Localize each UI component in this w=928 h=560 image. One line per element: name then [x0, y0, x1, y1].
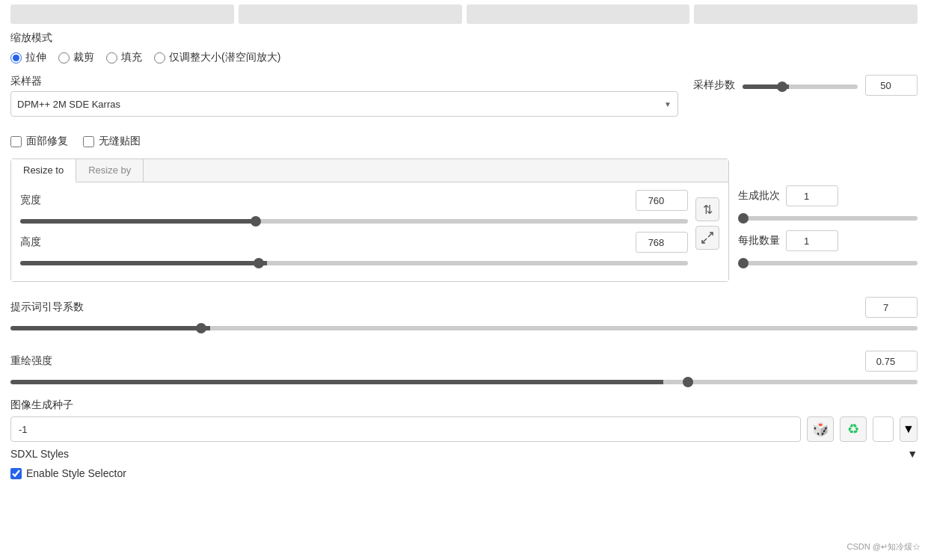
- scale-mode-section: 缩放模式 拉伸 裁剪 填充 仅调整大小(潜空间放大): [0, 24, 928, 72]
- cfg-slider-section: 提示词引导系数 7: [10, 297, 918, 333]
- sdxl-section: SDXL Styles ▼ Enable Style Selector: [0, 445, 928, 487]
- swap-dimensions-button[interactable]: ⇅: [695, 197, 719, 221]
- denoise-slider-section: 重绘强度 0.75: [10, 351, 918, 387]
- right-params: 生成批次 1 每批数量 1: [738, 159, 918, 268]
- seed-section: 图像生成种子 -1 🎲 ♻ ▼: [0, 397, 928, 445]
- scale-icon-button[interactable]: [695, 226, 719, 250]
- denoise-slider[interactable]: [10, 380, 918, 384]
- sampler-steps-input[interactable]: 50: [865, 75, 918, 96]
- height-row-top: 高度 768: [20, 232, 688, 253]
- seed-row: -1 🎲 ♻ ▼: [10, 416, 918, 442]
- denoise-label: 重绘强度: [10, 354, 52, 368]
- radio-fill-label: 填充: [121, 51, 142, 64]
- sdxl-collapse-icon: ▼: [907, 448, 918, 460]
- cfg-section: 提示词引导系数 7: [0, 289, 928, 343]
- sampler-section: 采样器 DPM++ 2M SDE Karras ▼ 采样步数 50: [0, 72, 928, 127]
- placeholder-3: [467, 4, 690, 24]
- batch-size-slider-wrap: [738, 256, 918, 268]
- tiling-label: 无缝贴图: [99, 135, 141, 148]
- sampler-steps-slider-wrap: [743, 79, 858, 91]
- radio-crop[interactable]: 裁剪: [58, 51, 94, 64]
- batch-count-slider-wrap: [738, 211, 918, 223]
- seed-dropdown-arrow[interactable]: ▼: [900, 416, 918, 442]
- batch-size-row: 每批数量 1: [738, 230, 918, 251]
- seed-label: 图像生成种子: [10, 399, 918, 412]
- radio-stretch-input[interactable]: [10, 52, 22, 64]
- resize-tabs-area: Resize to Resize by 宽度 760: [10, 159, 729, 282]
- tiling-checkbox[interactable]: [83, 136, 94, 147]
- radio-fill[interactable]: 填充: [106, 51, 142, 64]
- denoise-input[interactable]: 0.75: [865, 351, 918, 372]
- scale-mode-label: 缩放模式: [10, 31, 918, 45]
- sampler-left: 采样器 DPM++ 2M SDE Karras ▼: [10, 75, 678, 117]
- placeholder-1: [10, 4, 234, 24]
- denoise-section: 重绘强度 0.75: [0, 343, 928, 397]
- white-box-button[interactable]: [873, 416, 894, 442]
- scale-icon: [701, 231, 714, 244]
- tab-resize-to[interactable]: Resize to: [11, 159, 76, 182]
- height-slider[interactable]: [20, 261, 688, 265]
- sdxl-title: SDXL Styles: [10, 448, 69, 460]
- checkbox-row: 面部修复 无缝贴图: [10, 135, 918, 148]
- face-fix-label: 面部修复: [26, 135, 68, 148]
- radio-stretch-label: 拉伸: [25, 51, 46, 64]
- radio-stretch[interactable]: 拉伸: [10, 51, 46, 64]
- enable-style-checkbox[interactable]: [10, 468, 22, 479]
- seed-input[interactable]: -1: [10, 416, 801, 442]
- radio-resize-only[interactable]: 仅调整大小(潜空间放大): [154, 51, 280, 64]
- height-label: 高度: [20, 236, 50, 249]
- height-row: 高度 768: [20, 232, 688, 268]
- sampler-label: 采样器: [10, 75, 678, 88]
- batch-count-label: 生成批次: [738, 189, 780, 203]
- sampler-row: 采样器 DPM++ 2M SDE Karras ▼ 采样步数 50: [10, 75, 918, 117]
- sampler-value: DPM++ 2M SDE Karras: [17, 99, 120, 110]
- svg-line-0: [702, 239, 707, 243]
- face-fix-checkbox-item[interactable]: 面部修复: [10, 135, 68, 148]
- sampler-steps-area: 50: [743, 75, 918, 96]
- placeholder-4: [694, 4, 918, 24]
- width-label: 宽度: [20, 194, 50, 207]
- radio-crop-input[interactable]: [58, 52, 70, 64]
- denoise-label-row: 重绘强度 0.75: [10, 351, 918, 372]
- width-slider[interactable]: [20, 219, 688, 224]
- sampler-right: 采样步数 50: [693, 75, 918, 96]
- sampler-steps-label: 采样步数: [693, 79, 735, 92]
- batch-size-slider[interactable]: [738, 261, 918, 265]
- tab-resize-by[interactable]: Resize by: [76, 159, 144, 182]
- batch-size-input[interactable]: 1: [786, 230, 838, 251]
- batch-count-row: 生成批次 1: [738, 185, 918, 206]
- width-row-top: 宽度 760: [20, 190, 688, 211]
- wh-swap-scale-buttons: ⇅: [695, 190, 719, 250]
- tiling-checkbox-item[interactable]: 无缝贴图: [83, 135, 141, 148]
- batch-count-slider[interactable]: [738, 216, 918, 221]
- sdxl-header[interactable]: SDXL Styles ▼: [10, 446, 918, 461]
- face-fix-checkbox[interactable]: [10, 136, 22, 147]
- radio-crop-label: 裁剪: [73, 51, 94, 64]
- sampler-dropdown[interactable]: DPM++ 2M SDE Karras ▼: [10, 91, 678, 117]
- sampler-steps-slider[interactable]: [743, 84, 858, 89]
- height-input[interactable]: 768: [636, 232, 688, 253]
- resize-section: Resize to Resize by 宽度 760: [0, 159, 928, 289]
- enable-style-label: Enable Style Selector: [26, 467, 126, 479]
- scale-mode-radio-group: 拉伸 裁剪 填充 仅调整大小(潜空间放大): [10, 51, 918, 64]
- radio-resize-only-label: 仅调整大小(潜空间放大): [169, 51, 280, 64]
- radio-resize-only-input[interactable]: [154, 52, 165, 64]
- wh-sliders: 宽度 760 高度 768: [20, 190, 688, 274]
- tabs-header: Resize to Resize by: [11, 159, 728, 182]
- batch-count-input[interactable]: 1: [786, 185, 838, 206]
- cfg-slider[interactable]: [10, 326, 918, 330]
- cfg-input[interactable]: 7: [865, 297, 918, 318]
- width-height-grid: 宽度 760 高度 768: [20, 190, 719, 274]
- placeholder-2: [239, 4, 462, 24]
- radio-fill-input[interactable]: [106, 52, 117, 64]
- svg-line-1: [708, 233, 713, 237]
- resize-tabs-container: Resize to Resize by 宽度 760: [10, 159, 729, 282]
- checkboxes-section: 面部修复 无缝贴图: [0, 127, 928, 159]
- dice-button[interactable]: 🎲: [807, 416, 834, 442]
- top-placeholder-bar: [0, 0, 928, 24]
- recycle-button[interactable]: ♻: [840, 416, 867, 442]
- sampler-arrow-icon: ▼: [664, 100, 672, 108]
- resize-and-params: Resize to Resize by 宽度 760: [10, 159, 918, 282]
- width-input[interactable]: 760: [636, 190, 688, 211]
- tabs-body: 宽度 760 高度 768: [11, 182, 728, 281]
